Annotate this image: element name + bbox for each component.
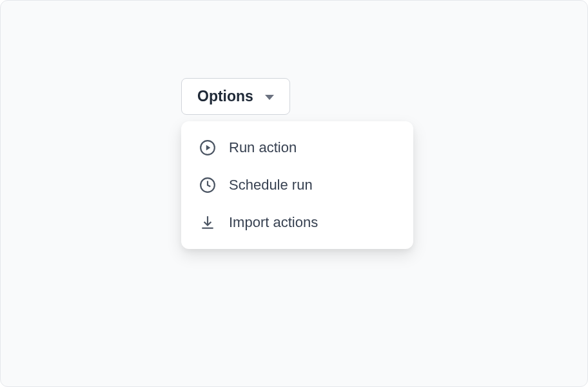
clock-icon [199, 177, 216, 194]
menu-item-run-action[interactable]: Run action [181, 129, 413, 166]
menu-item-label: Schedule run [229, 177, 313, 194]
options-button-label: Options [197, 88, 253, 105]
menu-item-import-actions[interactable]: Import actions [181, 204, 413, 241]
menu-item-label: Run action [229, 139, 297, 156]
app-container: Options Run action [0, 0, 588, 387]
play-circle-icon [199, 139, 216, 156]
options-button[interactable]: Options [181, 78, 290, 115]
menu-item-schedule-run[interactable]: Schedule run [181, 166, 413, 204]
download-icon [199, 214, 216, 231]
dropdown-wrapper: Options Run action [181, 78, 413, 249]
svg-marker-1 [206, 145, 211, 151]
chevron-down-icon [265, 95, 274, 100]
dropdown-menu: Run action Schedule run [181, 121, 413, 249]
menu-item-label: Import actions [229, 214, 318, 231]
